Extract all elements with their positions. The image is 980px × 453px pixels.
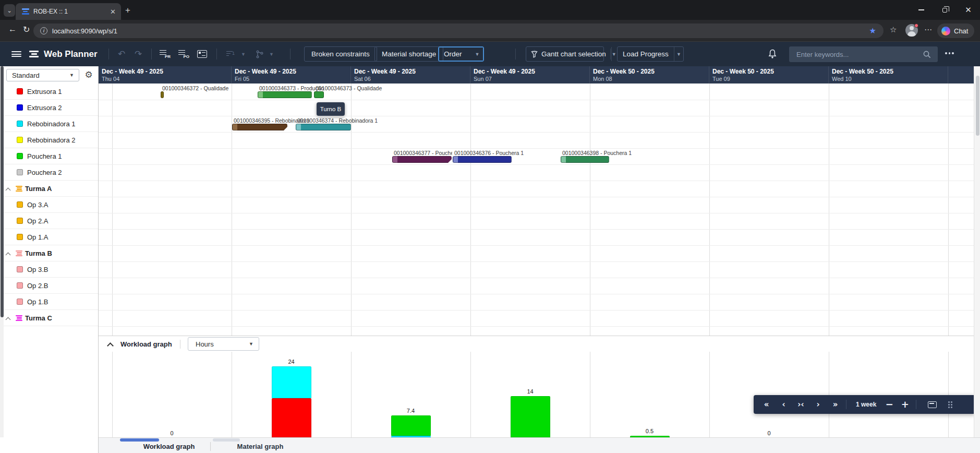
goto-now-icon[interactable]: ›‹	[792, 395, 809, 414]
jump-start-icon[interactable]: «	[758, 395, 775, 414]
drag-handle-icon[interactable]	[948, 401, 952, 408]
copilot-chat-button[interactable]: Chat	[937, 23, 974, 38]
bookmark-star-icon[interactable]: ★	[869, 26, 876, 35]
step-forward-icon[interactable]: ›	[809, 395, 827, 414]
routing-caret-icon[interactable]: ▼	[269, 42, 274, 66]
sidebar-item-op-2-a[interactable]: Op 2.A	[0, 213, 98, 229]
resource-sidebar: Standard ▼ ⚙ Extrusora 1Extrusora 2Rebob…	[0, 66, 98, 453]
purchase-order-list-icon[interactable]: PO	[178, 42, 189, 66]
zoom-out-icon[interactable]: −	[881, 395, 897, 414]
workload-value-label: 0	[170, 430, 173, 436]
tab-material-graph[interactable]: Material graph	[237, 443, 284, 450]
tab-search-icon[interactable]: ⌄	[4, 4, 15, 17]
sidebar-item-pouchera-1[interactable]: Pouchera 1	[0, 148, 98, 164]
collapse-panel-icon[interactable]	[108, 342, 113, 347]
tab-workload-graph[interactable]: Workload graph	[143, 443, 195, 450]
task-bar-001000346372-qualidade[interactable]	[161, 91, 164, 98]
production-order-list-icon[interactable]: PR	[160, 42, 170, 66]
broken-constraints-button[interactable]: Broken constraints	[304, 46, 377, 62]
row-gridline	[99, 294, 974, 294]
row-gridline	[99, 278, 974, 278]
redo-icon[interactable]: ↷	[135, 42, 142, 66]
sidebar-item-op-3-b[interactable]: Op 3.B	[0, 261, 98, 278]
panel-view-icon[interactable]	[928, 401, 937, 408]
task-bar-001000346374-rebobinadora-1[interactable]	[296, 124, 351, 130]
sidebar-item-pouchera-2[interactable]: Pouchera 2	[0, 164, 98, 181]
new-tab-button[interactable]: +	[125, 5, 130, 16]
window-restore-button[interactable]	[933, 0, 957, 20]
unit-select[interactable]: Hours ▼	[188, 337, 259, 351]
gantt-selection-label: Gantt chart selection	[538, 50, 611, 58]
gantt-scrollbar-thumb[interactable]	[976, 76, 979, 136]
row-gridline	[99, 213, 974, 213]
collapse-chevron-icon[interactable]	[6, 317, 10, 321]
order-form-icon[interactable]	[197, 42, 207, 66]
sidebar-scrollbar[interactable]	[0, 66, 4, 437]
search-icon[interactable]	[923, 50, 938, 59]
sidebar-item-op-1-a[interactable]: Op 1.A	[0, 229, 98, 245]
sidebar-item-op-1-b[interactable]: Op 1.B	[0, 294, 98, 310]
sidebar-item-label: Pouchera 2	[27, 169, 62, 176]
robex-logo-icon	[29, 42, 39, 66]
header-day-label: Sat 06	[354, 76, 371, 82]
reload-icon[interactable]: ↻	[23, 25, 30, 34]
resource-color-swatch	[17, 218, 23, 224]
sidebar-item-turma-b[interactable]: Turma B	[0, 245, 98, 261]
sidebar-item-turma-a[interactable]: Turma A	[0, 181, 98, 197]
sidebar-item-op-2-b[interactable]: Op 2.B	[0, 278, 98, 294]
sidebar-header: Standard ▼ ⚙	[0, 66, 98, 84]
collapse-chevron-icon[interactable]	[6, 187, 10, 192]
day-gridline	[470, 352, 471, 438]
toolbar-overflow-icon[interactable]	[945, 52, 957, 54]
task-bar-001000346373-produ-o[interactable]	[258, 91, 312, 98]
jump-end-icon[interactable]: »	[827, 395, 844, 414]
footer-tab-bar: Workload graph Material graph	[99, 437, 980, 453]
sidebar-item-op-3-a[interactable]: Op 3.A	[0, 197, 98, 213]
task-bar-001000346377-pouchera-1[interactable]	[392, 156, 452, 163]
sidebar-item-rebobinadora-2[interactable]: Rebobinadora 2	[0, 132, 98, 148]
task-bar-001000346398-pouchera-1[interactable]	[561, 156, 609, 163]
sidebar-item-rebobinadora-1[interactable]: Rebobinadora 1	[0, 116, 98, 132]
sidebar-item-extrusora-1[interactable]: Extrusora 1	[0, 84, 98, 100]
task-bar-001000346376-pouchera-1[interactable]	[453, 156, 512, 163]
tab-close-icon[interactable]: ✕	[110, 8, 116, 15]
header-day-label: Mon 08	[593, 76, 612, 82]
window-close-button[interactable]: ✕	[957, 0, 980, 20]
view-select[interactable]: Standard ▼	[6, 69, 79, 81]
url-field[interactable]: i localhost:9090/wp/s/1 ★	[33, 23, 884, 38]
material-shortage-button[interactable]: Material shortage	[374, 46, 443, 62]
gear-icon[interactable]: ⚙	[83, 70, 94, 80]
timeline-nav-bar: «‹›‹›»1 week−+	[754, 395, 975, 414]
gantt-chart-selection-button[interactable]: Gantt chart selection ▼	[526, 46, 604, 62]
task-bar-001000346373-qualidade[interactable]	[314, 91, 324, 98]
task-bar-001000346395-rebobinadora[interactable]	[232, 124, 287, 130]
sort-icon[interactable]: 1	[226, 42, 235, 66]
search-input[interactable]	[789, 51, 923, 58]
collapse-chevron-icon[interactable]	[6, 252, 10, 256]
step-back-icon[interactable]: ‹	[775, 395, 792, 414]
order-select[interactable]: Order ▼	[438, 46, 484, 62]
sidebar-item-label: Turma B	[25, 249, 52, 257]
favorites-icon[interactable]: ☆	[890, 25, 897, 34]
back-icon[interactable]: ←	[8, 25, 17, 34]
site-info-icon[interactable]: i	[40, 27, 47, 34]
sidebar-item-turma-c[interactable]: Turma C	[0, 310, 98, 326]
undo-icon[interactable]: ↶	[118, 42, 125, 66]
day-gridline	[232, 352, 232, 438]
browser-menu-icon[interactable]: ⋯	[924, 25, 933, 34]
sort-caret-icon[interactable]: ▼	[241, 42, 246, 66]
sidebar-scrollbar-thumb[interactable]	[1, 66, 4, 317]
main-menu-icon[interactable]	[11, 42, 21, 66]
browser-tab[interactable]: ROB-EX :: 1 ✕	[16, 3, 121, 20]
resource-color-swatch	[17, 153, 23, 159]
routing-icon[interactable]	[256, 42, 264, 66]
workload-value-label: 14	[527, 388, 533, 395]
notifications-bell-icon[interactable]	[767, 42, 778, 66]
sidebar-item-extrusora-2[interactable]: Extrusora 2	[0, 100, 98, 116]
header-week-label: Dec - Week 49 - 2025	[474, 68, 535, 75]
window-minimize-button[interactable]	[910, 0, 933, 20]
browser-address-bar: ← ↻ i localhost:9090/wp/s/1 ★ ☆ ⋯ Chat	[0, 20, 980, 42]
zoom-in-icon[interactable]: +	[897, 395, 913, 414]
gantt-vertical-scrollbar[interactable]	[974, 66, 980, 437]
load-progress-select[interactable]: Load Progress ▼	[617, 46, 684, 62]
